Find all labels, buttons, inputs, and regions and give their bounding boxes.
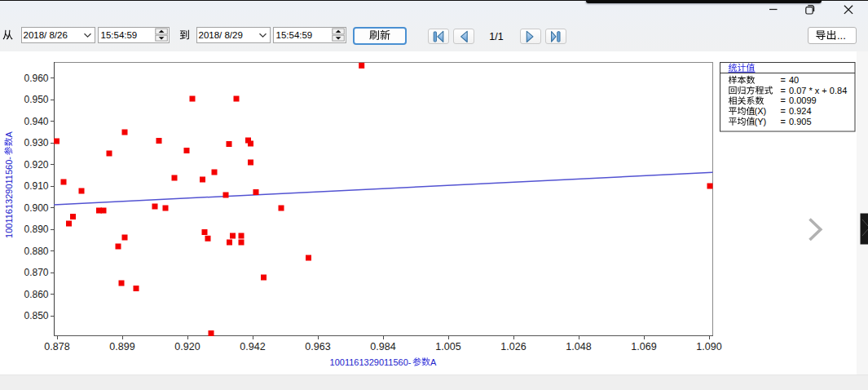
svg-text:A: A bbox=[430, 357, 437, 367]
svg-text:0.900: 0.900 bbox=[24, 202, 48, 214]
svg-text:1.090: 1.090 bbox=[696, 341, 721, 352]
svg-text:0.860: 0.860 bbox=[24, 289, 48, 300]
svg-text:0.878: 0.878 bbox=[44, 341, 69, 352]
svg-text:=: = bbox=[781, 95, 786, 105]
svg-text:0.0099: 0.0099 bbox=[789, 95, 817, 105]
svg-text:=: = bbox=[781, 106, 786, 116]
svg-text:0.984: 0.984 bbox=[370, 341, 395, 352]
svg-text:1001161329011560-: 1001161329011560- bbox=[4, 157, 14, 238]
svg-text:40: 40 bbox=[789, 75, 799, 85]
svg-text:1.069: 1.069 bbox=[631, 341, 656, 352]
svg-text:0.930: 0.930 bbox=[24, 137, 48, 148]
svg-text:...: ... bbox=[837, 29, 846, 42]
svg-text:0.899: 0.899 bbox=[109, 341, 134, 352]
svg-text:0.920: 0.920 bbox=[174, 341, 200, 352]
svg-text:1001161329011560-: 1001161329011560- bbox=[330, 357, 412, 367]
svg-text:0.870: 0.870 bbox=[24, 267, 48, 278]
svg-text:0.920: 0.920 bbox=[24, 159, 48, 171]
svg-text:0.924: 0.924 bbox=[789, 106, 812, 116]
svg-text:0.905: 0.905 bbox=[789, 117, 812, 126]
svg-text:0.950: 0.950 bbox=[24, 94, 48, 105]
svg-text:=: = bbox=[781, 117, 786, 126]
svg-text:0.963: 0.963 bbox=[305, 341, 330, 352]
svg-text:(Y): (Y) bbox=[755, 117, 767, 126]
svg-text:0.850: 0.850 bbox=[24, 310, 48, 321]
svg-text:=: = bbox=[781, 75, 786, 85]
svg-text:1.026: 1.026 bbox=[500, 341, 526, 352]
svg-text:1.005: 1.005 bbox=[435, 341, 460, 352]
svg-text:0.890: 0.890 bbox=[24, 224, 48, 235]
svg-text:0.880: 0.880 bbox=[24, 246, 48, 257]
svg-text:A: A bbox=[4, 131, 14, 137]
svg-text:0.942: 0.942 bbox=[240, 341, 265, 352]
svg-text:1.048: 1.048 bbox=[566, 341, 591, 352]
svg-text:0.07 * x + 0.84: 0.07 * x + 0.84 bbox=[789, 86, 847, 95]
svg-text:(X): (X) bbox=[755, 106, 767, 116]
svg-text:0.940: 0.940 bbox=[24, 116, 48, 127]
svg-text:=: = bbox=[781, 86, 786, 95]
svg-text:0.910: 0.910 bbox=[24, 180, 48, 192]
svg-text:0.960: 0.960 bbox=[24, 73, 48, 84]
